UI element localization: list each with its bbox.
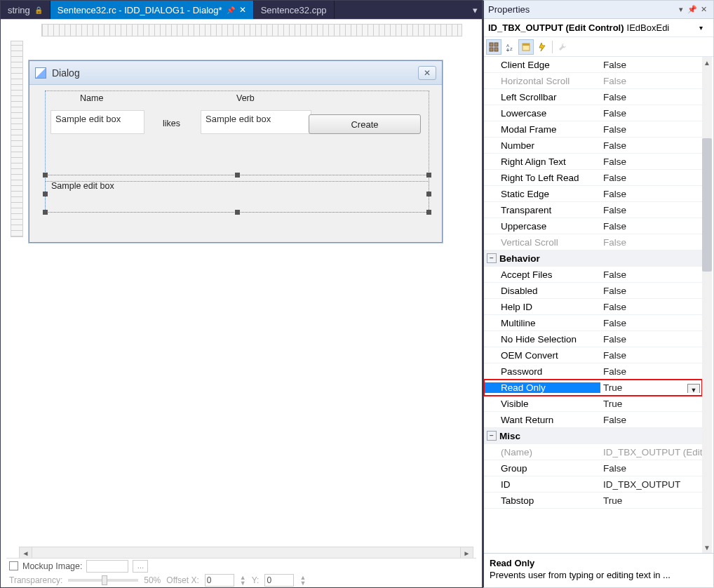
property-value[interactable]: False — [600, 302, 702, 312]
property-value[interactable]: True — [600, 495, 702, 506]
tab-cpp[interactable]: Sentence32.cpp — [254, 1, 335, 19]
property-value[interactable]: False — [600, 124, 702, 135]
property-row[interactable]: Static EdgeFalse — [484, 186, 702, 202]
scroll-thumb[interactable] — [702, 138, 712, 272]
wrench-icon[interactable] — [555, 39, 570, 55]
mockup-browse-button[interactable]: … — [133, 560, 148, 573]
dialog-close-button[interactable]: ✕ — [418, 66, 436, 80]
property-value[interactable]: False — [600, 463, 702, 474]
property-row[interactable]: Accept FilesFalse — [484, 267, 702, 283]
property-value[interactable]: False — [600, 189, 702, 199]
tab-string[interactable]: string 🔒 — [1, 1, 50, 19]
property-value[interactable]: False — [600, 76, 702, 86]
property-value[interactable]: False — [600, 366, 702, 377]
property-value[interactable]: False — [600, 318, 702, 328]
property-row[interactable]: Left ScrollbarFalse — [484, 89, 702, 105]
resize-handle[interactable] — [426, 173, 431, 178]
property-row[interactable]: NumberFalse — [484, 138, 702, 154]
property-value[interactable]: False — [600, 269, 702, 280]
mockup-checkbox[interactable] — [9, 561, 18, 570]
property-value[interactable]: False — [600, 60, 702, 70]
panel-menu-icon[interactable]: ▾ — [675, 5, 687, 14]
property-row[interactable]: MultilineFalse — [484, 315, 702, 331]
property-value[interactable]: False — [600, 140, 702, 151]
spinner-icon[interactable]: ▲▼ — [240, 575, 246, 586]
dialog-designer-canvas[interactable]: Dialog ✕ Name Verb Sample edit box likes… — [1, 19, 482, 587]
property-row[interactable]: TransparentFalse — [484, 202, 702, 218]
scroll-up-icon[interactable]: ▲ — [702, 57, 712, 68]
resize-handle[interactable] — [426, 210, 431, 215]
property-value[interactable]: False — [600, 334, 702, 345]
property-row[interactable]: OEM ConvertFalse — [484, 347, 702, 363]
close-icon[interactable]: ✕ — [239, 5, 246, 15]
resize-handle[interactable] — [235, 210, 240, 215]
property-value[interactable]: False — [600, 156, 702, 167]
pin-icon[interactable]: 📌 — [227, 6, 235, 14]
property-value[interactable]: False — [600, 237, 702, 248]
property-row[interactable]: Right Align TextFalse — [484, 154, 702, 170]
property-value[interactable]: True▼ — [600, 382, 702, 393]
property-row[interactable]: No Hide SelectionFalse — [484, 331, 702, 347]
panel-pin-icon[interactable]: 📌 — [687, 5, 698, 14]
spinner-icon[interactable]: ▲▼ — [299, 575, 306, 586]
property-row[interactable]: Help IDFalse — [484, 299, 702, 315]
name-editbox[interactable]: Sample edit box — [50, 110, 144, 134]
property-value[interactable]: False — [600, 92, 702, 102]
mockup-path-field[interactable] — [86, 560, 128, 573]
property-value[interactable]: False — [600, 350, 702, 361]
resize-handle[interactable] — [426, 192, 431, 196]
property-category[interactable]: −Behavior — [484, 250, 702, 267]
property-row[interactable]: Right To Left ReadFalse — [484, 170, 702, 186]
property-value[interactable]: False — [600, 415, 702, 425]
resize-handle[interactable] — [43, 173, 48, 178]
scroll-right-icon[interactable]: ► — [460, 547, 473, 559]
resize-handle[interactable] — [235, 173, 240, 178]
tab-dialog-designer[interactable]: Sentence32.rc - IDD_DIALOG1 - Dialog* 📌 … — [50, 1, 254, 19]
output-editbox-selection[interactable]: Sample edit box — [45, 175, 429, 213]
output-editbox[interactable]: Sample edit box — [51, 181, 114, 191]
property-row[interactable]: Horizontal ScrollFalse — [484, 73, 702, 89]
offsety-field[interactable] — [264, 574, 294, 587]
create-button[interactable]: Create — [309, 114, 421, 134]
collapse-icon[interactable]: − — [487, 431, 497, 441]
dialog-preview[interactable]: Dialog ✕ Name Verb Sample edit box likes… — [29, 60, 443, 243]
property-category[interactable]: −Misc — [484, 428, 702, 444]
chevron-down-icon[interactable]: ▾ — [699, 24, 709, 32]
property-row[interactable]: (Name)ID_TBX_OUTPUT (Edit — [484, 444, 702, 460]
resize-handle[interactable] — [43, 210, 48, 215]
property-value[interactable]: False — [600, 286, 702, 296]
panel-close-icon[interactable]: ✕ — [698, 5, 709, 14]
tab-overflow-dropdown[interactable]: ▾ — [468, 1, 482, 19]
property-row[interactable]: PasswordFalse — [484, 363, 702, 380]
property-row[interactable]: VisibleTrue — [484, 396, 702, 412]
property-row[interactable]: IDID_TBX_OUTPUT — [484, 476, 702, 493]
property-row[interactable]: UppercaseFalse — [484, 218, 702, 234]
property-row[interactable]: GroupFalse — [484, 460, 702, 476]
property-row[interactable]: LowercaseFalse — [484, 105, 702, 121]
verb-editbox[interactable]: Sample edit box — [201, 110, 311, 134]
property-pages-icon[interactable] — [518, 39, 534, 55]
alphabetical-icon[interactable]: AZ — [502, 39, 518, 55]
scroll-left-icon[interactable]: ◄ — [20, 547, 32, 559]
property-row[interactable]: Client EdgeFalse — [484, 57, 702, 73]
property-row[interactable]: Vertical ScrollFalse — [484, 234, 702, 250]
offsetx-field[interactable] — [205, 574, 234, 587]
resize-handle[interactable] — [43, 192, 48, 196]
property-value[interactable]: False — [600, 221, 702, 232]
property-row[interactable]: TabstopTrue — [484, 493, 702, 509]
property-row[interactable]: DisabledFalse — [484, 283, 702, 299]
property-value[interactable]: ID_TBX_OUTPUT — [600, 479, 702, 490]
property-scrollbar[interactable]: ▲ ▼ — [702, 57, 712, 553]
events-icon[interactable] — [534, 39, 550, 55]
scroll-down-icon[interactable]: ▼ — [702, 542, 712, 553]
property-object-selector[interactable]: ID_TBX_OUTPUT (Edit Control) IEdBoxEdi ▾ — [484, 19, 713, 37]
collapse-icon[interactable]: − — [487, 253, 497, 263]
property-grid[interactable]: Client EdgeFalseHorizontal ScrollFalseLe… — [484, 57, 702, 553]
property-value[interactable]: True — [600, 399, 702, 409]
dropdown-icon[interactable]: ▼ — [687, 384, 700, 393]
property-value[interactable]: False — [600, 205, 702, 215]
property-value[interactable]: False — [600, 108, 702, 119]
scroll-track[interactable] — [32, 547, 460, 559]
property-value[interactable]: False — [600, 173, 702, 183]
property-row[interactable]: Want ReturnFalse — [484, 412, 702, 428]
